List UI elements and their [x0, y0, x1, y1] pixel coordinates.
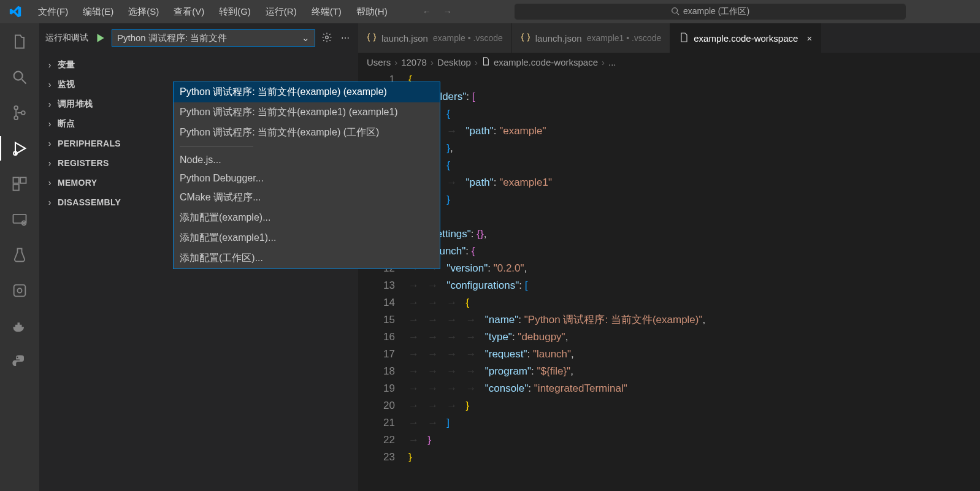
start-debug-icon[interactable]	[93, 31, 107, 45]
debug-title: 运行和调试	[45, 32, 88, 44]
chevron-down-icon: ⌄	[302, 32, 310, 44]
menu-bar: 文件(F) 编辑(E) 选择(S) 查看(V) 转到(G) 运行(R) 终端(T…	[31, 0, 395, 23]
breadcrumb-item[interactable]: 12078	[401, 57, 427, 67]
svg-rect-8	[13, 178, 19, 183]
run-and-debug-sidebar: 运行和调试 Python 调试程序: 当前文件 ⌄ ⋯ ›变量 ›监视 ›调用堆…	[39, 23, 358, 491]
dropdown-item[interactable]: Python 调试程序: 当前文件(example1) (example1)	[174, 102, 440, 123]
activity-search-icon[interactable]	[5, 65, 34, 89]
dropdown-item[interactable]: Python Debugger...	[174, 169, 440, 188]
dropdown-separator	[180, 147, 253, 147]
menu-file[interactable]: 文件(F)	[31, 0, 75, 23]
activity-python-icon[interactable]	[5, 349, 34, 374]
breadcrumb-item[interactable]: Desktop	[437, 57, 471, 67]
activity-run-debug-icon[interactable]	[5, 136, 34, 161]
dropdown-item[interactable]: Node.js...	[174, 151, 440, 169]
dropdown-item[interactable]: 添加配置(example1)...	[174, 228, 440, 248]
svg-point-5	[14, 116, 18, 120]
svg-point-16	[18, 289, 22, 293]
debug-config-select[interactable]: Python 调试程序: 当前文件 ⌄	[112, 29, 315, 47]
nav-back-icon[interactable]: ←	[419, 4, 434, 19]
svg-point-0	[672, 7, 678, 13]
editor-tab[interactable]: launch.json example • .vscode	[358, 23, 512, 53]
dropdown-item[interactable]: CMake 调试程序...	[174, 188, 440, 208]
tab-label: example.code-workspace	[694, 33, 798, 44]
editor-tab[interactable]: launch.json example1 • .vscode	[512, 23, 671, 53]
gear-icon[interactable]	[320, 32, 334, 45]
activity-remote-icon[interactable]	[5, 207, 34, 232]
debug-config-label: Python 调试程序: 当前文件	[117, 32, 227, 44]
code-content[interactable]: { → "folders": [ → → { → → → "path": "ex…	[408, 71, 980, 466]
file-icon	[481, 57, 490, 67]
svg-point-2	[14, 72, 23, 80]
nav-buttons: ← →	[419, 4, 455, 19]
menu-help[interactable]: 帮助(H)	[349, 0, 395, 23]
svg-rect-10	[13, 185, 19, 190]
more-icon[interactable]: ⋯	[339, 33, 352, 43]
menu-edit[interactable]: 编辑(E)	[75, 0, 121, 23]
search-text: example (工作区)	[683, 6, 749, 17]
menu-go[interactable]: 转到(G)	[212, 0, 258, 23]
svg-rect-9	[20, 178, 26, 183]
menu-select[interactable]: 选择(S)	[121, 0, 166, 23]
dropdown-item[interactable]: Python 调试程序: 当前文件(example) (工作区)	[174, 123, 440, 143]
breadcrumb-item[interactable]: Users	[367, 57, 391, 67]
command-center[interactable]: example (工作区)	[514, 3, 906, 20]
editor-tabs: launch.json example • .vscode launch.jso…	[358, 23, 980, 53]
svg-rect-11	[13, 215, 26, 223]
menu-view[interactable]: 查看(V)	[166, 0, 212, 23]
breadcrumb-item[interactable]: example.code-workspace	[494, 57, 598, 67]
dropdown-item[interactable]: 添加配置(工作区)...	[174, 248, 440, 268]
debug-config-dropdown: Python 调试程序: 当前文件(example) (example) Pyt…	[173, 82, 440, 269]
tab-label: launch.json	[381, 33, 428, 44]
svg-rect-15	[14, 285, 26, 297]
code-editor[interactable]: 1 2 3 4 5 6 7 8 9 10 11 12 13 14 15 16 1…	[358, 71, 980, 466]
editor-tab-active[interactable]: example.code-workspace ×	[670, 23, 821, 53]
svg-point-4	[14, 106, 18, 110]
editor-area: launch.json example • .vscode launch.jso…	[358, 23, 980, 491]
svg-point-17	[326, 36, 329, 39]
menu-run[interactable]: 运行(R)	[258, 0, 304, 23]
breadcrumb-item[interactable]: ...	[608, 57, 616, 67]
activity-testing-icon[interactable]	[5, 243, 34, 267]
svg-point-6	[21, 111, 25, 115]
breadcrumb[interactable]: Users› 12078› Desktop› example.code-work…	[358, 53, 980, 71]
activity-bar	[0, 23, 39, 491]
title-bar: 文件(F) 编辑(E) 选择(S) 查看(V) 转到(G) 运行(R) 终端(T…	[0, 0, 980, 23]
json-file-icon	[521, 32, 530, 44]
activity-misc-icon[interactable]	[5, 278, 34, 303]
dropdown-item[interactable]: 添加配置(example)...	[174, 208, 440, 228]
svg-line-1	[677, 12, 679, 15]
nav-forward-icon[interactable]: →	[440, 4, 455, 19]
activity-extensions-icon[interactable]	[5, 172, 34, 196]
menu-terminal[interactable]: 终端(T)	[304, 0, 349, 23]
activity-docker-icon[interactable]	[5, 314, 34, 338]
vscode-logo-icon	[0, 5, 31, 18]
activity-scm-icon[interactable]	[5, 101, 34, 125]
tab-label: launch.json	[535, 33, 582, 44]
json-file-icon	[367, 32, 377, 44]
dropdown-item[interactable]: Python 调试程序: 当前文件(example) (example)	[174, 82, 440, 102]
svg-line-3	[22, 80, 26, 84]
search-icon	[671, 7, 679, 17]
close-icon[interactable]: ×	[806, 33, 812, 44]
activity-explorer-icon[interactable]	[5, 29, 34, 54]
file-icon	[679, 32, 689, 44]
debug-header: 运行和调试 Python 调试程序: 当前文件 ⌄ ⋯	[39, 23, 358, 53]
tab-sublabel: example1 • .vscode	[587, 33, 662, 43]
section-variables[interactable]: ›变量	[39, 55, 358, 75]
tab-sublabel: example • .vscode	[433, 33, 503, 43]
